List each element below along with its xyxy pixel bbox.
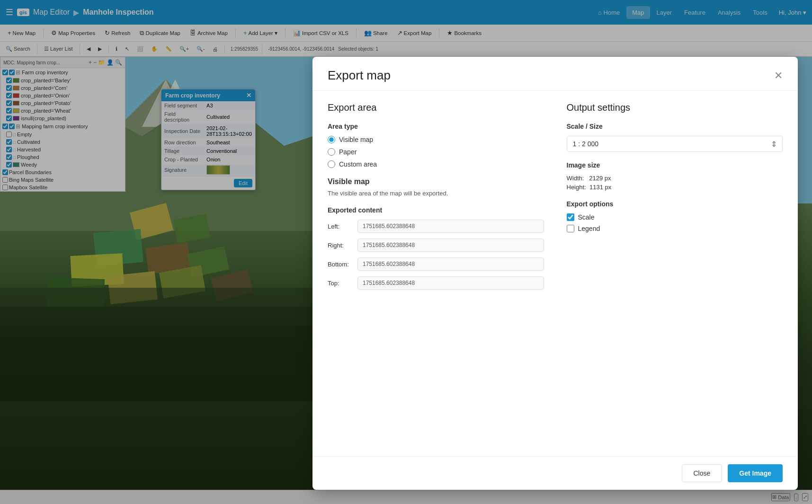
left-coord-field: Left: (328, 220, 544, 233)
right-input[interactable] (357, 239, 544, 252)
top-coord-field: Top: (328, 276, 544, 290)
radio-paper-input[interactable] (328, 148, 335, 156)
radio-visible-map[interactable]: Visible map (328, 136, 544, 143)
width-value: 2129 px (589, 175, 611, 182)
bottom-coord-field: Bottom: (328, 257, 544, 271)
radio-custom-area-input[interactable] (328, 160, 335, 168)
modal-header: Export map ✕ (312, 57, 798, 91)
radio-custom-area-label: Custom area (339, 160, 377, 168)
left-label: Left: (328, 223, 354, 230)
modal-title: Export map (328, 68, 391, 83)
scale-select-wrapper: 1 : 2 000 1 : 5 000 1 : 10 000 1 : 25 00… (567, 136, 783, 152)
width-label: Width: (567, 175, 584, 182)
scale-select[interactable]: 1 : 2 000 1 : 5 000 1 : 10 000 1 : 25 00… (567, 136, 783, 152)
visible-map-description: The visible area of the map will be expo… (328, 190, 544, 197)
export-options-label: Export options (567, 200, 783, 208)
radio-visible-map-label: Visible map (339, 136, 373, 143)
legend-option[interactable]: Legend (567, 225, 783, 232)
modal-footer: Close Get Image (312, 456, 798, 490)
bottom-input[interactable] (357, 257, 544, 271)
export-area-title: Export area (328, 102, 544, 113)
output-settings-section: Output settings Scale / Size 1 : 2 000 1… (567, 102, 783, 445)
right-label: Right: (328, 242, 354, 249)
image-size-label: Image size (567, 161, 783, 169)
height-label: Height: (567, 184, 586, 191)
output-settings-title: Output settings (567, 102, 783, 113)
radio-custom-area[interactable]: Custom area (328, 160, 544, 168)
exported-content-title: Exported content (328, 206, 544, 214)
area-type-radio-group: Visible map Paper Custom area (328, 136, 544, 168)
area-type-label: Area type (328, 123, 544, 130)
scale-option[interactable]: Scale (567, 213, 783, 221)
height-value: 1131 px (589, 184, 611, 191)
top-label: Top: (328, 280, 354, 287)
visible-map-subtitle: Visible map (328, 177, 544, 186)
height-display: Height: 1131 px (567, 184, 783, 191)
legend-option-label: Legend (578, 225, 600, 232)
modal-body: Export area Area type Visible map Paper … (312, 91, 798, 456)
export-modal: Export map ✕ Export area Area type Visib… (312, 57, 798, 490)
radio-paper-label: Paper (339, 148, 357, 156)
width-display: Width: 2129 px (567, 175, 783, 182)
image-size-section: Image size Width: 2129 px Height: 1131 p… (567, 161, 783, 191)
legend-checkbox[interactable] (567, 225, 574, 232)
left-input[interactable] (357, 220, 544, 233)
bottom-label: Bottom: (328, 261, 354, 268)
close-button[interactable]: Close (682, 464, 723, 482)
top-input[interactable] (357, 276, 544, 290)
export-area-section: Export area Area type Visible map Paper … (328, 102, 544, 445)
right-coord-field: Right: (328, 239, 544, 252)
modal-close-button[interactable]: ✕ (774, 70, 783, 82)
radio-paper[interactable]: Paper (328, 148, 544, 156)
radio-visible-map-input[interactable] (328, 136, 335, 143)
get-image-button[interactable]: Get Image (728, 464, 783, 482)
scale-checkbox[interactable] (567, 213, 574, 221)
scale-option-label: Scale (578, 213, 595, 221)
scale-size-label: Scale / Size (567, 123, 783, 130)
